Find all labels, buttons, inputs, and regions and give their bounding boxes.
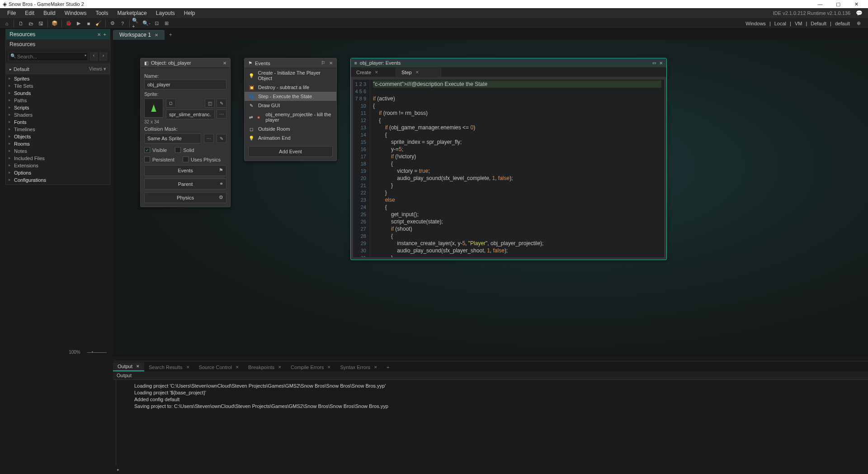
event-collision-projectile[interactable]: ⇄●obj_enemy_projectile - kill the player xyxy=(245,110,336,124)
debug-button[interactable]: 🐞 xyxy=(64,19,73,28)
close-icon[interactable]: ✕ xyxy=(236,365,239,370)
menu-build[interactable]: Build xyxy=(39,10,60,16)
events-section-button[interactable]: Events⚑ xyxy=(144,165,226,176)
tree-fonts[interactable]: Fonts xyxy=(6,118,110,126)
views-dropdown[interactable]: Views ▾ xyxy=(89,66,106,72)
output-tab-breakpoints[interactable]: Breakpoints✕ xyxy=(244,363,286,371)
uses-physics-checkbox[interactable]: Uses Physics xyxy=(183,156,221,162)
output-tab-syntax[interactable]: Syntax Errors✕ xyxy=(335,363,382,371)
close-icon[interactable]: ✕ xyxy=(136,364,140,369)
zoom-out-button[interactable]: 🔍- xyxy=(142,19,151,28)
target-config[interactable]: Default xyxy=(809,21,828,26)
sprite-more-button[interactable]: ⋯ xyxy=(217,109,226,118)
sprite-name-input[interactable] xyxy=(166,109,215,119)
sprite-edit-button[interactable]: ✎ xyxy=(217,99,226,108)
event-destroy[interactable]: 💥Destroy - subtract a life xyxy=(245,83,336,92)
output-tab-output[interactable]: Output✕ xyxy=(113,362,144,371)
stop-button[interactable]: ■ xyxy=(84,19,93,28)
event-create[interactable]: 💡Create - Initialize The Player Object xyxy=(245,68,336,83)
persistent-checkbox[interactable]: Persistent xyxy=(144,156,175,162)
add-event-button[interactable]: Add Event xyxy=(248,146,333,157)
zoom-reset-button[interactable]: ⊡ xyxy=(152,19,161,28)
tree-rooms[interactable]: Rooms xyxy=(6,140,110,147)
close-icon[interactable]: ✕ xyxy=(186,365,190,370)
collision-more-button[interactable]: ⋯ xyxy=(204,134,214,143)
output-tab-search[interactable]: Search Results✕ xyxy=(144,363,194,371)
close-icon[interactable]: ✕ xyxy=(375,70,378,75)
settings-button[interactable]: ⚙ xyxy=(108,19,117,28)
output-prompt[interactable]: ▸ xyxy=(113,465,868,474)
tree-sprites[interactable]: Sprites xyxy=(6,75,110,82)
event-draw-gui[interactable]: ✎Draw GUI xyxy=(245,101,336,110)
close-icon[interactable]: ✕ xyxy=(278,365,282,370)
tree-tilesets[interactable]: Tile Sets xyxy=(6,82,110,90)
object-window-titlebar[interactable]: ◧ Object: obj_player ✕ xyxy=(141,58,230,68)
menu-tools[interactable]: Tools xyxy=(91,10,113,16)
solid-checkbox[interactable]: Solid xyxy=(175,147,194,153)
target-settings-icon[interactable]: ⊕ xyxy=(854,19,863,28)
resources-tab-close[interactable]: ✕ xyxy=(97,32,101,37)
docking-button[interactable]: ⊞ xyxy=(162,19,171,28)
minimize-button[interactable]: — xyxy=(811,1,829,7)
tree-timelines[interactable]: Timelines xyxy=(6,126,110,133)
events-window-titlebar[interactable]: ⚑ Events ⚐ ✕ xyxy=(245,58,336,68)
search-next-button[interactable]: › xyxy=(99,52,107,61)
tree-scripts[interactable]: Scripts xyxy=(6,104,110,111)
save-button[interactable]: 🖫 xyxy=(36,19,45,28)
target-config2[interactable]: default xyxy=(833,21,852,26)
close-icon[interactable]: ✕ xyxy=(415,70,419,75)
code-maximize-button[interactable]: ▭ xyxy=(652,61,656,65)
parent-section-button[interactable]: Parent⚭ xyxy=(144,179,226,190)
tree-sounds[interactable]: Sounds xyxy=(6,90,110,97)
object-window-close[interactable]: ✕ xyxy=(223,61,226,66)
sprite-preview[interactable] xyxy=(144,99,163,118)
menu-edit[interactable]: Edit xyxy=(20,10,39,16)
output-tab-add[interactable]: + xyxy=(382,363,394,371)
menu-help[interactable]: Help xyxy=(179,10,200,16)
object-name-input[interactable] xyxy=(144,80,226,90)
run-button[interactable]: ▶ xyxy=(74,19,83,28)
help-button[interactable]: ? xyxy=(118,19,127,28)
sprite-new-button[interactable]: 🗋 xyxy=(166,99,176,108)
close-icon[interactable]: ✕ xyxy=(327,365,331,370)
menu-windows[interactable]: Windows xyxy=(60,10,91,16)
target-device[interactable]: Local xyxy=(773,21,788,26)
collision-edit-button[interactable]: ✎ xyxy=(217,134,226,143)
close-icon[interactable]: ✕ xyxy=(374,365,377,370)
maximize-button[interactable]: ▢ xyxy=(829,1,847,7)
search-prev-button[interactable]: ‹ xyxy=(90,52,98,61)
target-platform[interactable]: Windows xyxy=(744,21,768,26)
event-outside-room[interactable]: ◻Outside Room xyxy=(245,124,336,133)
sprite-select-button[interactable]: ◫ xyxy=(205,99,215,108)
workspace-canvas[interactable]: ◧ Object: obj_player ✕ Name: Sprite: 32 … xyxy=(113,40,868,356)
collision-mask-input[interactable] xyxy=(144,133,201,143)
tree-included-files[interactable]: Included Files xyxy=(6,155,110,162)
target-output[interactable]: VM xyxy=(793,21,804,26)
flag-outline-icon[interactable]: ⚐ xyxy=(321,60,326,66)
home-button[interactable]: ⌂ xyxy=(2,19,11,28)
menu-layouts[interactable]: Layouts xyxy=(151,10,179,16)
workspace-tab-close[interactable]: ✕ xyxy=(155,33,158,38)
code-tab-create[interactable]: Create✕ xyxy=(351,68,396,77)
tree-configurations[interactable]: Configurations xyxy=(6,176,110,184)
output-log[interactable]: Loading project 'C:\Users\Steven\ownClou… xyxy=(116,380,868,465)
output-tab-sourcecontrol[interactable]: Source Control✕ xyxy=(194,363,244,371)
clean-button[interactable]: 🧹 xyxy=(94,19,103,28)
menu-marketplace[interactable]: Marketplace xyxy=(113,10,151,16)
menu-file[interactable]: File xyxy=(3,10,20,16)
tree-shaders[interactable]: Shaders xyxy=(6,111,110,118)
notification-icon[interactable]: 💬 xyxy=(853,10,865,16)
events-window[interactable]: ⚑ Events ⚐ ✕ 💡Create - Initialize The Pl… xyxy=(244,58,337,161)
resources-tab-add[interactable]: + xyxy=(104,32,106,37)
workspace-tab[interactable]: Workspace 1 ✕ xyxy=(113,30,165,40)
tree-extensions[interactable]: Extensions xyxy=(6,162,110,169)
search-dropdown-icon[interactable]: ▾ xyxy=(85,53,86,57)
events-window-close[interactable]: ✕ xyxy=(329,61,333,66)
zoom-in-button[interactable]: 🔍+ xyxy=(132,19,141,28)
code-window-close[interactable]: ✕ xyxy=(659,61,663,66)
workspace-add-tab[interactable]: + xyxy=(165,30,176,40)
visible-checkbox[interactable]: ✓Visible xyxy=(144,147,167,153)
open-button[interactable]: 🗁 xyxy=(26,19,35,28)
code-tab-step[interactable]: Step✕ xyxy=(396,68,441,77)
resources-tab[interactable]: Resources ✕ + xyxy=(6,29,110,39)
